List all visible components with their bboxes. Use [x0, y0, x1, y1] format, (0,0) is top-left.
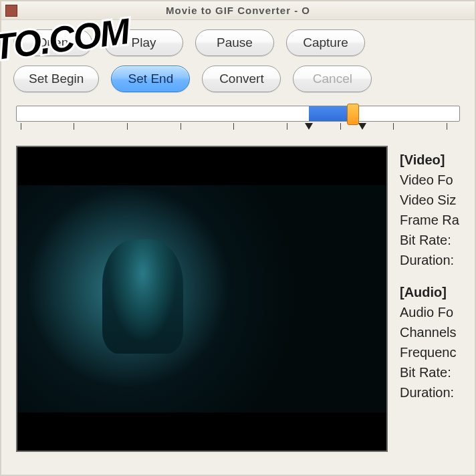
info-line: Video Siz [400, 190, 460, 210]
toolbar: Open Play Pause Capture Set Begin Set En… [1, 20, 475, 99]
button-row-1: Open Play Pause Capture [13, 29, 463, 56]
video-info-heading: [Video] [400, 150, 460, 170]
titlebar[interactable]: Movie to GIF Converter - O [1, 1, 475, 20]
info-line: Bit Rate: [400, 230, 460, 250]
timeline-ticks [16, 123, 460, 135]
capture-button[interactable]: Capture [286, 29, 365, 56]
timeline-track[interactable] [16, 106, 460, 122]
tick [447, 123, 447, 130]
info-line: Duration: [400, 382, 460, 402]
tick [181, 123, 181, 130]
audio-info-heading: [Audio] [400, 282, 460, 302]
info-line: Frequenc [400, 342, 460, 362]
info-line: Audio Fo [400, 302, 460, 322]
begin-marker[interactable] [305, 123, 313, 130]
info-line: Channels [400, 322, 460, 342]
timeline-thumb[interactable] [347, 104, 359, 125]
play-button[interactable]: Play [104, 29, 183, 56]
window-title: Movie to GIF Converter - O [166, 5, 310, 16]
tick [393, 123, 394, 130]
end-marker[interactable] [358, 123, 366, 130]
info-line: Duration: [400, 250, 460, 270]
pause-button[interactable]: Pause [195, 29, 274, 56]
audio-info-group: [Audio] Audio Fo Channels Frequenc Bit R… [400, 282, 460, 402]
video-info-group: [Video] Video Fo Video Siz Frame Ra Bit … [400, 150, 460, 270]
cancel-button[interactable]: Cancel [293, 66, 372, 92]
open-button[interactable]: Open [13, 29, 92, 56]
info-line: Frame Ra [400, 210, 460, 230]
info-line: Video Fo [400, 170, 460, 190]
set-begin-button[interactable]: Set Begin [13, 66, 99, 92]
tick [21, 123, 21, 130]
info-line: Bit Rate: [400, 362, 460, 382]
video-frame [17, 185, 386, 413]
tick [340, 123, 341, 130]
tick [74, 123, 74, 130]
tick [233, 123, 234, 130]
content-area: [Video] Video Fo Video Siz Frame Ra Bit … [1, 135, 475, 452]
timeline-area [1, 99, 475, 135]
set-end-button[interactable]: Set End [111, 66, 190, 92]
tick [287, 123, 287, 130]
app-window: Movie to GIF Converter - O Open Play Pau… [0, 0, 476, 476]
info-panel: [Video] Video Fo Video Siz Frame Ra Bit … [400, 146, 460, 452]
video-preview[interactable] [16, 146, 388, 452]
convert-button[interactable]: Convert [202, 66, 281, 92]
button-row-2: Set Begin Set End Convert Cancel [13, 66, 463, 92]
app-icon [5, 5, 17, 17]
tick [127, 123, 128, 130]
